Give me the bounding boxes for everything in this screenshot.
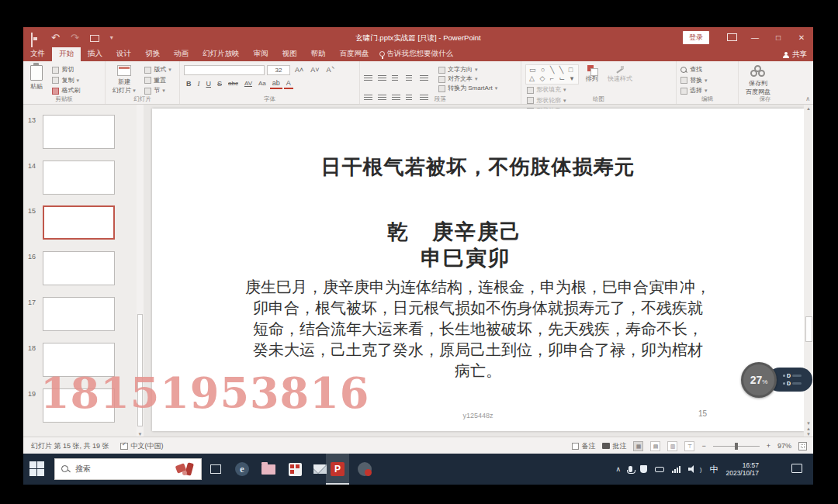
- shapes-gallery-row2[interactable]: △ ◇ ⌐ ⌙ ▾: [529, 74, 575, 83]
- layout-button[interactable]: 版式▾: [144, 65, 171, 74]
- section-button[interactable]: 节▾: [144, 86, 171, 95]
- tab-home[interactable]: 开始: [52, 47, 81, 61]
- scroll-down-icon[interactable]: ▼: [804, 421, 813, 426]
- decrease-indent-icon[interactable]: [392, 74, 400, 81]
- edge-browser-button[interactable]: e: [231, 458, 253, 480]
- underline-button[interactable]: U: [204, 78, 214, 89]
- new-slide-button[interactable]: 新建 幻灯片 ▾: [109, 64, 139, 95]
- change-case-button[interactable]: Aa: [256, 78, 268, 89]
- spellcheck-icon: [120, 443, 128, 450]
- zoom-slider-handle[interactable]: [735, 443, 738, 450]
- ribbon-display-options-button[interactable]: [720, 27, 743, 48]
- hidden-icons-chevron[interactable]: ∧: [616, 465, 622, 473]
- character-spacing-button[interactable]: AV: [242, 78, 255, 89]
- italic-button[interactable]: I: [196, 78, 203, 89]
- restore-button[interactable]: □: [767, 27, 790, 48]
- zoom-out-button[interactable]: −: [701, 442, 705, 450]
- app-grid-button[interactable]: [284, 458, 306, 480]
- normal-view-button[interactable]: ▦: [633, 441, 643, 451]
- save-to-baidu-netdisk-button[interactable]: 保存到 百度网盘: [743, 64, 774, 97]
- line-spacing-icon[interactable]: [420, 74, 428, 81]
- bold-button[interactable]: B: [184, 78, 194, 89]
- cut-button[interactable]: 剪切: [52, 65, 80, 74]
- close-button[interactable]: ✕: [790, 27, 813, 48]
- numbering-icon[interactable]: [378, 74, 386, 81]
- format-painter-button[interactable]: 格式刷: [52, 86, 80, 95]
- grow-font-button[interactable]: A˄: [293, 64, 306, 75]
- tab-animations[interactable]: 动画: [167, 47, 196, 61]
- slide-gan-line: 乾 庚辛庚己: [152, 218, 757, 246]
- reset-button[interactable]: 重置: [144, 76, 171, 85]
- font-name-combobox[interactable]: [184, 65, 265, 75]
- scroll-up-icon[interactable]: ▲: [804, 106, 813, 111]
- select-icon: [680, 88, 687, 95]
- notification-center-icon[interactable]: [791, 464, 802, 473]
- paste-button[interactable]: 粘贴: [27, 64, 46, 91]
- shrink-font-button[interactable]: A˅: [308, 64, 321, 75]
- shape-fill-button[interactable]: 形状填充▾: [527, 85, 566, 95]
- strikethrough-button[interactable]: S: [215, 78, 224, 89]
- align-text-button[interactable]: 对齐文本▾: [438, 74, 497, 84]
- device-icon[interactable]: [655, 467, 664, 472]
- accelerator-percent-badge[interactable]: 27%: [741, 362, 777, 398]
- font-size-combobox[interactable]: 32: [267, 65, 290, 75]
- spellcheck-status[interactable]: 中文(中国): [120, 441, 164, 451]
- tab-view[interactable]: 视图: [275, 47, 304, 61]
- zoom-percent[interactable]: 97%: [777, 442, 791, 450]
- increase-indent-icon[interactable]: [406, 74, 414, 81]
- share-button[interactable]: 共享: [783, 50, 807, 60]
- copy-button[interactable]: 复制▾: [52, 76, 80, 85]
- tab-help[interactable]: 帮助: [304, 47, 333, 61]
- tab-baidu-netdisk[interactable]: 百度网盘: [333, 47, 376, 61]
- network-signal-icon[interactable]: [672, 466, 680, 473]
- shapes-gallery-row1[interactable]: ▭ ○ ╲ ╲ □: [529, 66, 575, 74]
- tab-review[interactable]: 审阅: [247, 47, 275, 61]
- task-view-button[interactable]: [205, 458, 227, 480]
- tab-design[interactable]: 设计: [109, 47, 138, 61]
- find-button[interactable]: 查找: [680, 65, 708, 74]
- minimize-button[interactable]: —: [743, 27, 767, 48]
- microphone-icon[interactable]: [628, 466, 632, 472]
- comments-button[interactable]: 批注: [602, 441, 626, 451]
- fit-slide-to-window-button[interactable]: [798, 442, 807, 450]
- font-color-button[interactable]: A: [284, 78, 293, 89]
- main-scrollbar-thumb[interactable]: [805, 316, 812, 342]
- slideshow-view-button[interactable]: ⊤: [684, 441, 694, 451]
- tab-file[interactable]: 文件: [23, 47, 52, 61]
- clock[interactable]: 16:57 2023/10/17: [725, 461, 759, 477]
- replace-button[interactable]: 替换▾: [680, 76, 708, 85]
- recorder-app-button[interactable]: [354, 458, 376, 480]
- clear-formatting-button[interactable]: A⸌: [324, 64, 338, 75]
- text-direction-button[interactable]: 文字方向▾: [438, 65, 497, 74]
- select-button[interactable]: 选择▾: [680, 86, 708, 95]
- tab-insert[interactable]: 插入: [81, 47, 109, 61]
- ime-indicator[interactable]: 中: [709, 464, 718, 475]
- tab-slideshow[interactable]: 幻灯片放映: [196, 47, 247, 61]
- shadow-button[interactable]: abc: [226, 78, 241, 89]
- tell-me-box[interactable]: 告诉我您想要做什么: [376, 47, 460, 61]
- arrange-button[interactable]: 排列: [583, 64, 601, 84]
- powerpoint-button[interactable]: P: [327, 458, 348, 480]
- bullets-icon[interactable]: [364, 74, 372, 81]
- quick-styles-button[interactable]: 快速样式: [604, 64, 635, 84]
- highlight-color-button[interactable]: ab: [270, 78, 282, 89]
- notes-button[interactable]: 备注: [572, 441, 595, 451]
- slide-title: 日干根气若被坏，不伤肢体损寿元: [152, 154, 804, 181]
- reading-view-button[interactable]: ▥: [667, 441, 677, 451]
- zoom-slider[interactable]: [713, 446, 760, 447]
- previous-slide-icon[interactable]: ▲: [804, 426, 813, 431]
- security-shield-icon[interactable]: [640, 465, 647, 473]
- file-explorer-button[interactable]: [258, 458, 279, 480]
- quick-styles-icon: [615, 65, 625, 74]
- start-button[interactable]: [29, 461, 45, 477]
- smartart-button[interactable]: 转换为 SmartArt▾: [438, 84, 497, 93]
- tab-transitions[interactable]: 切换: [138, 47, 167, 61]
- pill-dot-icon: [783, 375, 785, 377]
- slide-sorter-view-button[interactable]: ▤: [650, 441, 660, 451]
- login-button[interactable]: 登录: [683, 31, 709, 44]
- edge-icon: e: [235, 462, 249, 476]
- collapse-ribbon-icon[interactable]: ∧: [805, 95, 810, 102]
- zoom-in-button[interactable]: +: [767, 442, 770, 450]
- taskbar-search-input[interactable]: 搜索: [54, 458, 202, 480]
- speaker-icon[interactable]: [688, 465, 698, 473]
